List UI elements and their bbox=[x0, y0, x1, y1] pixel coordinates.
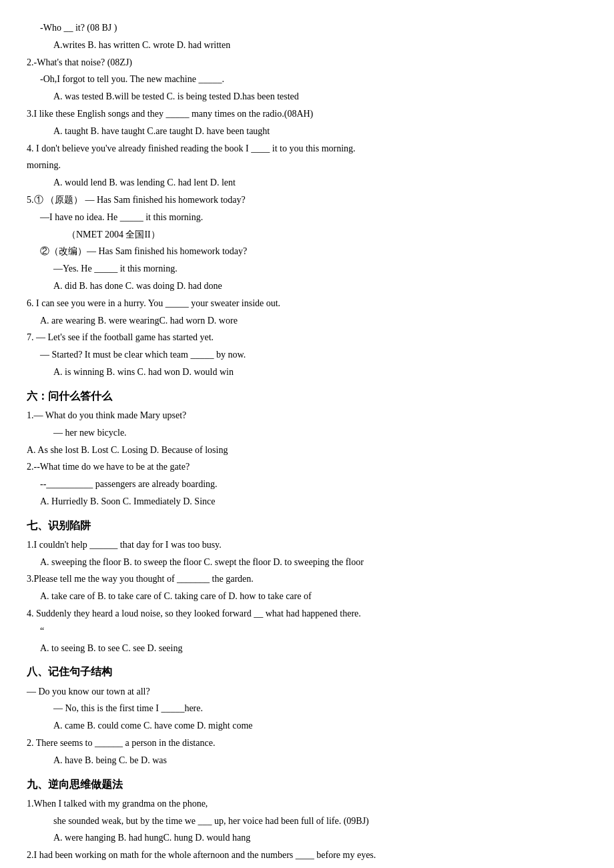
section6-title: 六：问什么答什么 bbox=[27, 387, 587, 405]
q4: 4. I don't believe you've already finish… bbox=[27, 141, 587, 157]
s8q2: 2. There seems to ______ a person in the… bbox=[27, 735, 587, 751]
page-content: -Who __ it? (08 BJ ) A.writes B. has wri… bbox=[27, 20, 587, 863]
section7-title: 七、识别陷阱 bbox=[27, 516, 587, 534]
s8q1: — Do you know our town at all? bbox=[27, 684, 587, 700]
q4-cont: morning. bbox=[27, 157, 587, 173]
q5-title: 5.① （原题） — Has Sam finished his homework… bbox=[27, 192, 587, 208]
q7: 7. — Let's see if the football game has … bbox=[27, 330, 587, 346]
s6q2-options: A. Hurriedly B. Soon C. Immediately D. S… bbox=[40, 494, 587, 510]
q5-sub2: ②（改编）— Has Sam finished his homework tod… bbox=[40, 244, 587, 260]
s7q3-options: A. take care of B. to take care of C. ta… bbox=[40, 588, 587, 604]
s6q1: 1.— What do you think made Mary upset? bbox=[27, 408, 587, 424]
s6q1-options: A. As she lost B. Lost C. Losing D. Beca… bbox=[27, 442, 587, 458]
q5-sub1-source: （NMET 2004 全国II） bbox=[67, 227, 587, 243]
s8q1-sub: — No, this is the first time I _____here… bbox=[53, 701, 587, 717]
s9q1-options: A. were hanging B. had hungC. hung D. wo… bbox=[53, 830, 587, 846]
s7q1-options: A. sweeping the floor B. to sweep the fl… bbox=[40, 554, 587, 570]
q6-options: A. are wearing B. were wearingC. had wor… bbox=[40, 313, 587, 329]
q1-intro: -Who __ it? (08 BJ ) bbox=[40, 20, 587, 36]
s7q1: 1.I couldn't help ______ that day for I … bbox=[27, 537, 587, 553]
q4-options: A. would lend B. was lending C. had lent… bbox=[53, 175, 587, 191]
s7q4: 4. Suddenly they heard a loud noise, so … bbox=[27, 606, 587, 622]
s8q2-options: A. have B. being C. be D. was bbox=[53, 753, 587, 769]
s7q4-marker: “ bbox=[40, 623, 587, 639]
s9q1-sub: she sounded weak, but by the time we ___… bbox=[53, 813, 587, 829]
s6q1-sub: — her new bicycle. bbox=[53, 425, 587, 441]
q5-sub1: —I have no idea. He _____ it this mornin… bbox=[40, 209, 587, 226]
q7-options: A. is winning B. wins C. had won D. woul… bbox=[53, 364, 587, 380]
s9q2: 2.I had been working on math for the who… bbox=[27, 847, 587, 863]
q2-options: A. was tested B.will be tested C. is bei… bbox=[53, 89, 587, 105]
q5-options: A. did B. has done C. was doing D. had d… bbox=[53, 278, 587, 294]
s6q2-sub: --__________ passengers are already boar… bbox=[40, 476, 587, 492]
s7q3: 3.Please tell me the way you thought of … bbox=[27, 571, 587, 587]
q3: 3.I like these English songs and they __… bbox=[27, 106, 587, 122]
q5-sub2-ans: —Yes. He _____ it this morning. bbox=[53, 261, 587, 277]
section9-title: 九、逆向思维做题法 bbox=[27, 775, 587, 793]
q3-options: A. taught B. have taught C.are taught D.… bbox=[53, 123, 587, 139]
q2-sub: -Oh,I forgot to tell you. The new machin… bbox=[40, 71, 587, 87]
q2-intro: 2.-What's that noise? (08ZJ) bbox=[27, 55, 587, 71]
q7-sub: — Started? It must be clear which team _… bbox=[40, 347, 587, 363]
s8q1-options: A. came B. could come C. have come D. mi… bbox=[53, 718, 587, 734]
section8-title: 八、记住句子结构 bbox=[27, 663, 587, 681]
s9q1: 1.When I talked with my grandma on the p… bbox=[27, 796, 587, 812]
s7q4-options: A. to seeing B. to see C. see D. seeing bbox=[40, 640, 587, 657]
q6: 6. I can see you were in a hurry. You __… bbox=[27, 296, 587, 312]
s6q2: 2.--What time do we have to be at the ga… bbox=[27, 459, 587, 475]
q1-options: A.writes B. has written C. wrote D. had … bbox=[53, 37, 587, 53]
